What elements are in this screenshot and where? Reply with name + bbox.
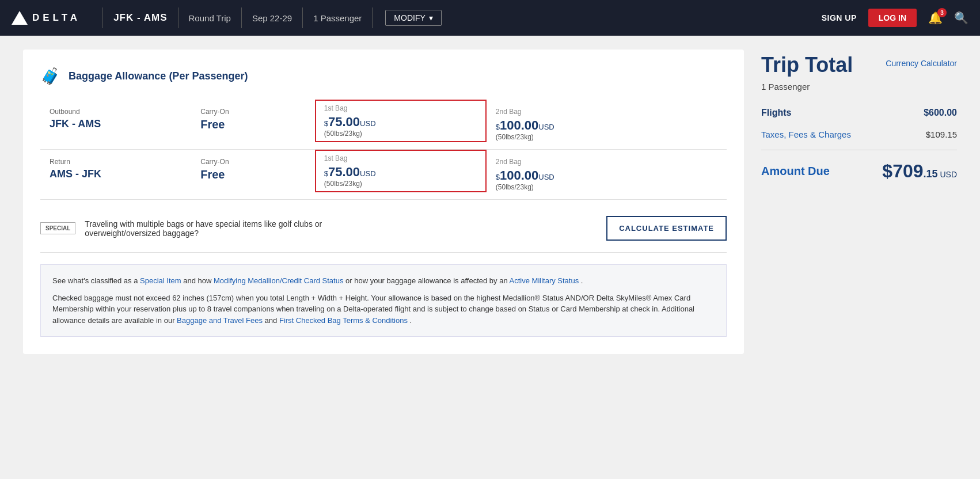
login-button[interactable]: LOG IN xyxy=(868,9,917,27)
first-checked-link[interactable]: First Checked Bag Terms & Conditions xyxy=(279,316,408,325)
baggage-table: Outbound JFK - AMS Carry-On Free 1st Bag… xyxy=(40,100,727,200)
return-second-bag-price: $100.00USD xyxy=(496,168,717,183)
baggage-title: Baggage Allowance (Per Passenger) xyxy=(69,70,248,82)
info-end: . xyxy=(579,276,583,285)
modify-chevron-icon: ▾ xyxy=(429,13,433,22)
outbound-first-usd: USD xyxy=(360,119,375,128)
outbound-first-bag-label: 1st Bag xyxy=(324,104,477,112)
outbound-carry-on-label: Carry-On xyxy=(200,108,306,116)
return-first-bag-label: 1st Bag xyxy=(324,154,477,162)
header-divider-1 xyxy=(102,7,103,28)
amount-due-label: Amount Due xyxy=(761,165,830,178)
signup-button[interactable]: SIGN UP xyxy=(822,13,857,22)
return-first-bag-highlighted: 1st Bag $75.00USD (50lbs/23kg) xyxy=(315,150,487,192)
return-first-bag-cell: 1st Bag $75.00USD (50lbs/23kg) xyxy=(315,150,487,200)
outbound-first-bag-weight: (50lbs/23kg) xyxy=(324,130,477,138)
outbound-second-dollar: $ xyxy=(496,123,500,131)
baggage-header: 🧳 Baggage Allowance (Per Passenger) xyxy=(40,67,727,86)
outbound-second-bag-cell: 2nd Bag $100.00USD (50lbs/23kg) xyxy=(487,100,727,150)
return-carry-on-label: Carry-On xyxy=(200,158,306,166)
outbound-second-amount: 100.00 xyxy=(500,118,538,132)
baggage-icon: 🧳 xyxy=(40,67,60,86)
return-first-usd: USD xyxy=(360,169,375,178)
info-and: and xyxy=(263,316,279,325)
outbound-carry-on-value: Free xyxy=(200,118,306,131)
logo-text: DELTA xyxy=(32,12,81,24)
delta-triangle-icon xyxy=(12,11,28,25)
return-second-bag-label: 2nd Bag xyxy=(496,158,717,166)
special-text: Traveling with multiple bags or have spe… xyxy=(85,219,326,238)
taxes-price-row: Taxes, Fees & Charges $109.15 xyxy=(761,124,957,145)
notifications-icon[interactable]: 🔔 3 xyxy=(928,11,943,25)
return-first-bag-price: $75.00USD xyxy=(324,165,477,180)
passenger-count-label: 1 Passenger xyxy=(761,82,957,92)
notification-badge: 3 xyxy=(937,8,947,17)
outbound-first-dollar: $ xyxy=(324,119,328,128)
header-trip-type: Round Trip xyxy=(189,13,231,23)
return-route: AMS - JFK xyxy=(50,168,182,180)
special-item-link[interactable]: Special Item xyxy=(140,276,181,285)
header-divider-3 xyxy=(241,7,242,28)
info-line-1: See what's classified as a Special Item … xyxy=(52,275,715,287)
header-divider-4 xyxy=(302,7,303,28)
logo: DELTA xyxy=(12,11,81,25)
return-first-bag-weight: (50lbs/23kg) xyxy=(324,180,477,188)
outbound-route: JFK - AMS xyxy=(50,118,182,130)
header-right: SIGN UP LOG IN 🔔 3 🔍 xyxy=(822,9,968,27)
header-passengers: 1 Passenger xyxy=(313,13,362,23)
outbound-carry-on-cell: Carry-On Free xyxy=(191,100,315,150)
amount-due-big: $709 xyxy=(882,161,923,181)
info-line-2: Checked baggage must not exceed 62 inche… xyxy=(52,292,715,326)
amount-due-value: $709.15 USD xyxy=(882,161,957,182)
currency-calculator-link[interactable]: Currency Calculator xyxy=(886,59,957,68)
baggage-fees-link[interactable]: Baggage and Travel Fees xyxy=(177,316,263,325)
outbound-first-amount: 75.00 xyxy=(328,115,360,129)
return-row: Return AMS - JFK Carry-On Free 1st Bag $… xyxy=(40,150,727,200)
return-label: Return xyxy=(50,158,182,166)
modify-button[interactable]: MODIFY ▾ xyxy=(385,10,441,26)
header-divider-5 xyxy=(372,7,373,28)
outbound-second-usd: USD xyxy=(538,123,554,131)
main-layout: 🧳 Baggage Allowance (Per Passenger) Outb… xyxy=(0,36,980,368)
taxes-label: Taxes, Fees & Charges xyxy=(761,130,851,139)
outbound-first-bag-highlighted: 1st Bag $75.00USD (50lbs/23kg) xyxy=(315,100,487,142)
info-pre: See what's classified as a xyxy=(52,276,140,285)
outbound-second-bag-label: 2nd Bag xyxy=(496,108,717,116)
info-line2-end: . xyxy=(408,316,412,325)
return-second-amount: 100.00 xyxy=(500,168,538,183)
header-route: JFK - AMS xyxy=(113,12,167,24)
return-second-dollar: $ xyxy=(496,173,500,181)
special-left: SPECIAL Traveling with multiple bags or … xyxy=(40,219,326,238)
header-dates: Sep 22-29 xyxy=(252,13,292,23)
return-first-amount: 75.00 xyxy=(328,165,360,179)
return-second-bag-weight: (50lbs/23kg) xyxy=(496,183,717,191)
outbound-first-bag-price: $75.00USD xyxy=(324,115,477,130)
flights-value: $600.00 xyxy=(924,108,957,118)
medallion-link[interactable]: Modifying Medallion/Credit Card Status xyxy=(214,276,343,285)
taxes-value: $109.15 xyxy=(926,130,957,139)
special-icon: SPECIAL xyxy=(40,222,75,234)
info-mid: and how xyxy=(181,276,214,285)
info-box: See what's classified as a Special Item … xyxy=(40,264,727,337)
calculate-estimate-button[interactable]: CALCULATE ESTIMATE xyxy=(606,216,727,241)
return-carry-on-cell: Carry-On Free xyxy=(191,150,315,200)
outbound-first-bag-cell: 1st Bag $75.00USD (50lbs/23kg) xyxy=(315,100,487,150)
return-second-bag-cell: 2nd Bag $100.00USD (50lbs/23kg) xyxy=(487,150,727,200)
return-second-usd: USD xyxy=(538,173,554,181)
header-divider-2 xyxy=(178,7,178,28)
outbound-row: Outbound JFK - AMS Carry-On Free 1st Bag… xyxy=(40,100,727,150)
special-section: SPECIAL Traveling with multiple bags or … xyxy=(40,200,727,253)
outbound-label: Outbound xyxy=(50,108,182,116)
outbound-second-bag-weight: (50lbs/23kg) xyxy=(496,133,717,141)
modify-label: MODIFY xyxy=(394,13,425,22)
outbound-second-bag-price: $100.00USD xyxy=(496,118,717,133)
return-first-dollar: $ xyxy=(324,169,328,178)
trip-total-title: Trip Total xyxy=(761,53,853,77)
military-link[interactable]: Active Military Status xyxy=(510,276,579,285)
content-card: 🧳 Baggage Allowance (Per Passenger) Outb… xyxy=(23,50,744,354)
search-icon[interactable]: 🔍 xyxy=(954,11,968,25)
amount-due-cents: .15 xyxy=(924,168,938,180)
flights-label: Flights xyxy=(761,108,791,118)
main-header: DELTA JFK - AMS Round Trip Sep 22-29 1 P… xyxy=(0,0,980,36)
info-post: or how your baggage allowance is affecte… xyxy=(343,276,509,285)
